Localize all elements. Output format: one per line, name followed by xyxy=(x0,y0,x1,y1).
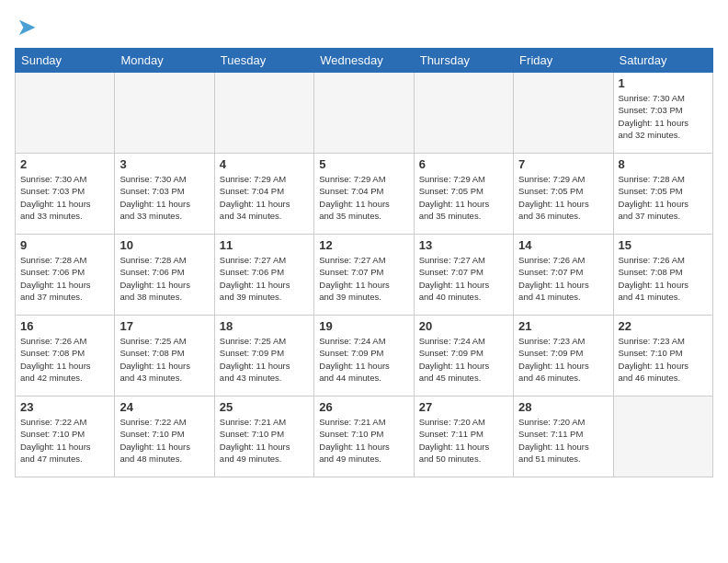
weekday-header-monday: Monday xyxy=(115,49,214,73)
day-number: 25 xyxy=(220,400,309,414)
calendar-cell: 22Sunrise: 7:23 AM Sunset: 7:10 PM Dayli… xyxy=(613,316,712,396)
day-info: Sunrise: 7:29 AM Sunset: 7:05 PM Dayligh… xyxy=(518,173,608,222)
weekday-header-thursday: Thursday xyxy=(414,49,513,73)
calendar-cell: 20Sunrise: 7:24 AM Sunset: 7:09 PM Dayli… xyxy=(414,316,513,396)
day-info: Sunrise: 7:26 AM Sunset: 7:07 PM Dayligh… xyxy=(518,254,608,303)
day-number: 13 xyxy=(419,238,508,252)
day-number: 28 xyxy=(518,400,608,414)
calendar-cell: 25Sunrise: 7:21 AM Sunset: 7:10 PM Dayli… xyxy=(214,396,313,477)
day-info: Sunrise: 7:22 AM Sunset: 7:10 PM Dayligh… xyxy=(119,416,209,465)
calendar-cell xyxy=(314,73,414,154)
day-info: Sunrise: 7:26 AM Sunset: 7:08 PM Dayligh… xyxy=(619,254,708,303)
calendar-cell: 7Sunrise: 7:29 AM Sunset: 7:05 PM Daylig… xyxy=(514,154,613,235)
day-number: 26 xyxy=(319,400,408,414)
calendar-cell: 27Sunrise: 7:20 AM Sunset: 7:11 PM Dayli… xyxy=(414,396,513,477)
day-number: 12 xyxy=(319,238,408,252)
logo: ➤ xyxy=(15,15,37,39)
calendar-cell: 26Sunrise: 7:21 AM Sunset: 7:10 PM Dayli… xyxy=(314,396,414,477)
day-number: 15 xyxy=(619,238,708,252)
calendar-cell: 19Sunrise: 7:24 AM Sunset: 7:09 PM Dayli… xyxy=(314,316,414,396)
calendar-cell: 23Sunrise: 7:22 AM Sunset: 7:10 PM Dayli… xyxy=(16,396,115,477)
day-info: Sunrise: 7:26 AM Sunset: 7:08 PM Dayligh… xyxy=(20,335,109,384)
day-info: Sunrise: 7:22 AM Sunset: 7:10 PM Dayligh… xyxy=(20,416,109,465)
day-info: Sunrise: 7:25 AM Sunset: 7:09 PM Dayligh… xyxy=(220,335,309,384)
day-number: 7 xyxy=(518,157,608,171)
day-number: 20 xyxy=(419,319,508,333)
day-info: Sunrise: 7:30 AM Sunset: 7:03 PM Dayligh… xyxy=(20,173,109,222)
page: ➤ SundayMondayTuesdayWednesdayThursdayFr… xyxy=(0,0,728,563)
calendar-cell xyxy=(115,73,214,154)
calendar-cell: 12Sunrise: 7:27 AM Sunset: 7:07 PM Dayli… xyxy=(314,235,414,316)
day-number: 23 xyxy=(20,400,109,414)
day-info: Sunrise: 7:28 AM Sunset: 7:06 PM Dayligh… xyxy=(20,254,109,303)
day-number: 18 xyxy=(220,319,309,333)
weekday-header-tuesday: Tuesday xyxy=(214,49,313,73)
day-number: 14 xyxy=(518,238,608,252)
day-info: Sunrise: 7:29 AM Sunset: 7:05 PM Dayligh… xyxy=(419,173,508,222)
calendar-cell xyxy=(16,73,115,154)
calendar-cell: 10Sunrise: 7:28 AM Sunset: 7:06 PM Dayli… xyxy=(115,235,214,316)
header: ➤ xyxy=(15,15,713,39)
day-number: 24 xyxy=(119,400,209,414)
weekday-header-wednesday: Wednesday xyxy=(314,49,414,73)
day-info: Sunrise: 7:30 AM Sunset: 7:03 PM Dayligh… xyxy=(119,173,209,222)
calendar-cell: 5Sunrise: 7:29 AM Sunset: 7:04 PM Daylig… xyxy=(314,154,414,235)
day-number: 4 xyxy=(220,157,309,171)
day-info: Sunrise: 7:20 AM Sunset: 7:11 PM Dayligh… xyxy=(419,416,508,465)
calendar-cell: 13Sunrise: 7:27 AM Sunset: 7:07 PM Dayli… xyxy=(414,235,513,316)
calendar-cell: 3Sunrise: 7:30 AM Sunset: 7:03 PM Daylig… xyxy=(115,154,214,235)
day-number: 2 xyxy=(20,157,109,171)
calendar-cell: 2Sunrise: 7:30 AM Sunset: 7:03 PM Daylig… xyxy=(16,154,115,235)
calendar-cell xyxy=(514,73,613,154)
day-number: 9 xyxy=(20,238,109,252)
day-number: 11 xyxy=(220,238,309,252)
calendar-cell xyxy=(214,73,313,154)
day-info: Sunrise: 7:25 AM Sunset: 7:08 PM Dayligh… xyxy=(119,335,209,384)
day-number: 19 xyxy=(319,319,408,333)
calendar-cell: 15Sunrise: 7:26 AM Sunset: 7:08 PM Dayli… xyxy=(613,235,712,316)
weekday-header-sunday: Sunday xyxy=(16,49,115,73)
calendar-cell: 18Sunrise: 7:25 AM Sunset: 7:09 PM Dayli… xyxy=(214,316,313,396)
calendar-cell: 9Sunrise: 7:28 AM Sunset: 7:06 PM Daylig… xyxy=(16,235,115,316)
logo-icon: ➤ xyxy=(17,15,37,39)
day-info: Sunrise: 7:23 AM Sunset: 7:10 PM Dayligh… xyxy=(619,335,708,384)
day-number: 17 xyxy=(119,319,209,333)
calendar-cell: 1Sunrise: 7:30 AM Sunset: 7:03 PM Daylig… xyxy=(613,73,712,154)
day-info: Sunrise: 7:29 AM Sunset: 7:04 PM Dayligh… xyxy=(319,173,408,222)
day-number: 1 xyxy=(619,76,708,90)
day-number: 16 xyxy=(20,319,109,333)
calendar-cell: 4Sunrise: 7:29 AM Sunset: 7:04 PM Daylig… xyxy=(214,154,313,235)
calendar-cell xyxy=(414,73,513,154)
day-number: 10 xyxy=(119,238,209,252)
day-info: Sunrise: 7:27 AM Sunset: 7:07 PM Dayligh… xyxy=(419,254,508,303)
weekday-header-friday: Friday xyxy=(514,49,613,73)
calendar-cell xyxy=(613,396,712,477)
day-info: Sunrise: 7:27 AM Sunset: 7:06 PM Dayligh… xyxy=(220,254,309,303)
calendar-cell: 6Sunrise: 7:29 AM Sunset: 7:05 PM Daylig… xyxy=(414,154,513,235)
day-info: Sunrise: 7:23 AM Sunset: 7:09 PM Dayligh… xyxy=(518,335,608,384)
day-number: 22 xyxy=(619,319,708,333)
day-number: 21 xyxy=(518,319,608,333)
day-number: 3 xyxy=(119,157,209,171)
calendar-cell: 11Sunrise: 7:27 AM Sunset: 7:06 PM Dayli… xyxy=(214,235,313,316)
day-number: 8 xyxy=(619,157,708,171)
calendar: SundayMondayTuesdayWednesdayThursdayFrid… xyxy=(15,48,713,477)
calendar-cell: 8Sunrise: 7:28 AM Sunset: 7:05 PM Daylig… xyxy=(613,154,712,235)
day-info: Sunrise: 7:30 AM Sunset: 7:03 PM Dayligh… xyxy=(619,92,708,141)
day-info: Sunrise: 7:28 AM Sunset: 7:05 PM Dayligh… xyxy=(619,173,708,222)
calendar-cell: 28Sunrise: 7:20 AM Sunset: 7:11 PM Dayli… xyxy=(514,396,613,477)
day-info: Sunrise: 7:24 AM Sunset: 7:09 PM Dayligh… xyxy=(419,335,508,384)
day-info: Sunrise: 7:20 AM Sunset: 7:11 PM Dayligh… xyxy=(518,416,608,465)
day-number: 6 xyxy=(419,157,508,171)
calendar-cell: 16Sunrise: 7:26 AM Sunset: 7:08 PM Dayli… xyxy=(16,316,115,396)
calendar-cell: 24Sunrise: 7:22 AM Sunset: 7:10 PM Dayli… xyxy=(115,396,214,477)
day-info: Sunrise: 7:27 AM Sunset: 7:07 PM Dayligh… xyxy=(319,254,408,303)
calendar-cell: 17Sunrise: 7:25 AM Sunset: 7:08 PM Dayli… xyxy=(115,316,214,396)
day-info: Sunrise: 7:21 AM Sunset: 7:10 PM Dayligh… xyxy=(319,416,408,465)
day-number: 27 xyxy=(419,400,508,414)
day-info: Sunrise: 7:28 AM Sunset: 7:06 PM Dayligh… xyxy=(119,254,209,303)
day-info: Sunrise: 7:24 AM Sunset: 7:09 PM Dayligh… xyxy=(319,335,408,384)
weekday-header-saturday: Saturday xyxy=(613,49,712,73)
day-info: Sunrise: 7:29 AM Sunset: 7:04 PM Dayligh… xyxy=(220,173,309,222)
day-info: Sunrise: 7:21 AM Sunset: 7:10 PM Dayligh… xyxy=(220,416,309,465)
